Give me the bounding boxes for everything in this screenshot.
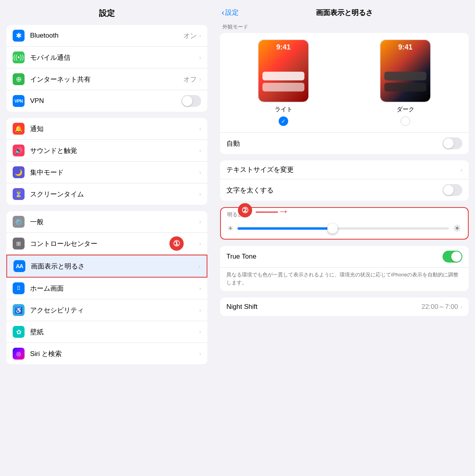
sound-chevron: › — [199, 147, 201, 154]
auto-label: 自動 — [226, 139, 443, 148]
focus-label: 集中モード — [30, 168, 199, 177]
accessibility-label: アクセシビリティ — [30, 306, 199, 315]
control-center-chevron: › — [199, 240, 201, 247]
text-settings-card: テキストサイズを変更 › 文字を太くする — [220, 160, 469, 201]
light-mode-radio[interactable]: ✓ — [279, 116, 288, 126]
notifications-icon: 🔔 — [13, 123, 25, 135]
siri-label: Siri と検索 — [30, 349, 199, 358]
night-shift-label: Night Shift — [226, 303, 422, 311]
vpn-label: VPN — [30, 97, 181, 105]
hotspot-icon: ⊕ — [13, 73, 25, 85]
screentime-chevron: › — [199, 191, 201, 197]
accessibility-icon: ♿ — [13, 304, 25, 316]
siri-chevron: › — [199, 350, 201, 357]
sound-label: サウンドと触覚 — [30, 146, 199, 155]
bluetooth-value: オン — [183, 31, 197, 40]
true-tone-card: True Tone 異なる環境でも色が一貫して表示されるように、環境光の状況に応… — [220, 246, 469, 291]
mobile-row[interactable]: ((•)) モバイル通信 › — [6, 47, 207, 69]
hotspot-chevron: › — [199, 76, 201, 82]
vpn-row[interactable]: VPN VPN — [6, 90, 207, 112]
appearance-section-label: 外観モード — [222, 23, 466, 30]
notifications-label: 通知 — [30, 124, 199, 133]
appearance-card: 9:41 ライト ✓ 9:41 — [220, 33, 469, 154]
light-mode-preview: 9:41 — [258, 39, 309, 103]
notifications-row[interactable]: 🔔 通知 › — [6, 118, 207, 140]
display-settings-panel: ‹ 設定 画面表示と明るさ 外観モード 9:41 ライト — [214, 0, 475, 476]
brightness-max-icon: ☀ — [453, 223, 462, 234]
focus-row[interactable]: 🌙 集中モード › — [6, 162, 207, 183]
system-group: ⚙️ 一般 › ⊞ コントロールセンター › ① AA 画面表示と明るさ › ⠿… — [6, 211, 207, 364]
mobile-icon: ((•)) — [13, 51, 25, 63]
home-screen-row[interactable]: ⠿ ホーム画面 › — [6, 278, 207, 299]
home-screen-chevron: › — [199, 285, 201, 291]
accessibility-chevron: › — [199, 307, 201, 313]
mobile-chevron: › — [199, 54, 201, 61]
network-group: ✱ Bluetooth オン › ((•)) モバイル通信 › ⊕ インターネッ… — [6, 25, 207, 112]
brightness-thumb[interactable] — [327, 223, 338, 234]
bluetooth-icon: ✱ — [13, 30, 25, 42]
wallpaper-chevron: › — [199, 329, 201, 335]
bluetooth-chevron: › — [199, 32, 201, 39]
right-content: 外観モード 9:41 ライト ✓ — [214, 23, 475, 316]
dark-mode-option[interactable]: 9:41 ダーク — [348, 39, 462, 126]
wallpaper-icon: ✿ — [13, 326, 25, 338]
bluetooth-label: Bluetooth — [30, 32, 183, 40]
focus-icon: 🌙 — [13, 166, 25, 178]
screentime-row[interactable]: ⏳ スクリーンタイム › — [6, 183, 207, 205]
true-tone-row[interactable]: True Tone — [220, 246, 469, 268]
bold-text-row[interactable]: 文字を太くする — [220, 179, 469, 201]
sound-icon: 🔊 — [13, 145, 25, 156]
annotation-badge-1: ① — [169, 236, 184, 251]
control-center-row[interactable]: ⊞ コントロールセンター › ① — [6, 233, 207, 255]
back-button[interactable]: ‹ 設定 — [222, 8, 239, 17]
brightness-fill — [238, 227, 332, 230]
bluetooth-row[interactable]: ✱ Bluetooth オン › — [6, 25, 207, 47]
accessibility-row[interactable]: ♿ アクセシビリティ › — [6, 299, 207, 321]
true-tone-label: True Tone — [226, 253, 443, 261]
wallpaper-label: 壁紙 — [30, 327, 199, 337]
auto-row: 自動 — [220, 132, 469, 154]
light-mode-option[interactable]: 9:41 ライト ✓ — [226, 39, 340, 126]
dark-mode-preview: 9:41 — [380, 39, 431, 103]
light-mode-label: ライト — [275, 106, 293, 113]
siri-row[interactable]: ◎ Siri と検索 › — [6, 343, 207, 364]
hotspot-label: インターネット共有 — [30, 75, 183, 84]
hotspot-row[interactable]: ⊕ インターネット共有 オフ › — [6, 69, 207, 90]
wallpaper-row[interactable]: ✿ 壁紙 › — [6, 321, 207, 343]
hotspot-value: オフ — [183, 75, 197, 84]
vpn-icon: VPN — [13, 95, 25, 107]
vpn-toggle[interactable] — [181, 95, 201, 107]
sound-row[interactable]: 🔊 サウンドと触覚 › — [6, 140, 207, 162]
bold-text-label: 文字を太くする — [226, 186, 443, 195]
bold-text-toggle[interactable] — [443, 184, 462, 196]
notifications-chevron: › — [199, 126, 201, 132]
text-size-label: テキストサイズを変更 — [226, 165, 460, 174]
notifications-group: 🔔 通知 › 🔊 サウンドと触覚 › 🌙 集中モード › ⏳ スクリーンタイム … — [6, 118, 207, 205]
night-shift-row[interactable]: Night Shift 22:00～7:00 › — [220, 297, 469, 316]
text-size-row[interactable]: テキストサイズを変更 › — [220, 160, 469, 179]
dark-mode-label: ダーク — [397, 106, 414, 113]
appearance-modes: 9:41 ライト ✓ 9:41 — [220, 33, 469, 132]
night-shift-chevron: › — [460, 304, 462, 310]
right-header: ‹ 設定 画面表示と明るさ — [214, 0, 475, 23]
display-row[interactable]: AA 画面表示と明るさ › — [6, 255, 207, 278]
dark-mode-radio[interactable] — [401, 116, 410, 126]
display-label: 画面表示と明るさ — [31, 262, 198, 271]
focus-chevron: › — [199, 169, 201, 175]
true-tone-toggle[interactable] — [443, 251, 462, 263]
general-row[interactable]: ⚙️ 一般 › — [6, 211, 207, 233]
display-icon: AA — [13, 260, 25, 272]
brightness-slider-row: ☀ ☀ — [221, 220, 468, 239]
home-screen-icon: ⠿ — [13, 282, 25, 294]
brightness-slider[interactable] — [238, 227, 449, 230]
back-chevron-icon: ‹ — [222, 8, 224, 17]
auto-toggle[interactable] — [443, 137, 462, 149]
annotation-badge-2: ② — [238, 203, 252, 217]
page-title: 画面表示と明るさ — [316, 8, 373, 17]
text-size-chevron: › — [460, 167, 462, 173]
night-shift-value: 22:00～7:00 — [422, 302, 458, 311]
screentime-icon: ⏳ — [13, 188, 25, 200]
mobile-label: モバイル通信 — [30, 53, 199, 62]
screentime-label: スクリーンタイム — [30, 190, 199, 199]
brightness-min-icon: ☀ — [227, 224, 234, 233]
